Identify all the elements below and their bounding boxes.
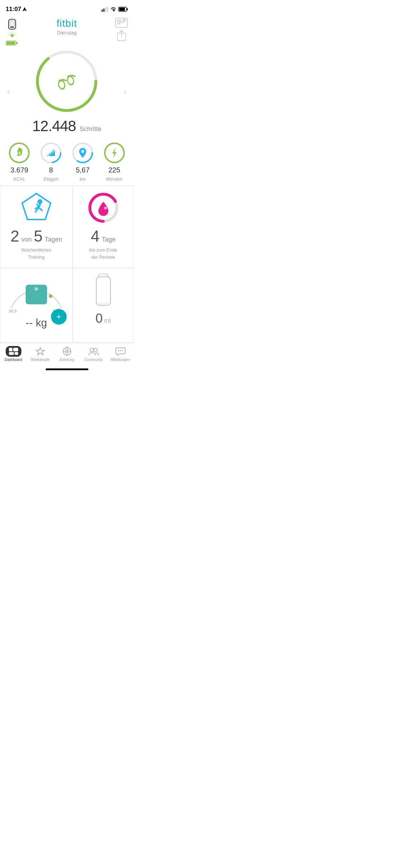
svg-point-11	[11, 34, 14, 37]
svg-point-53	[35, 287, 38, 291]
header: fitbit Dienstag	[0, 16, 134, 46]
dashboard-card-icon[interactable]	[115, 18, 128, 28]
home-bar	[46, 368, 88, 370]
wifi-icon	[110, 7, 117, 12]
svg-point-69	[90, 348, 94, 352]
nav-challenges-label: Wettkämpfe	[31, 358, 50, 362]
nav-challenges[interactable]: Wettkämpfe	[27, 346, 53, 362]
stat-calories[interactable]: 3.679 KCAL	[8, 142, 30, 182]
stat-minutes[interactable]: 225 Minuten	[103, 142, 125, 182]
svg-point-51	[104, 207, 107, 210]
nav-messages-label: Mitteilungen	[111, 358, 130, 362]
tile-water[interactable]: 0 ml	[73, 268, 134, 343]
svg-rect-13	[7, 42, 15, 45]
stat-floors[interactable]: 8 Etagen	[40, 142, 62, 182]
svg-point-73	[122, 350, 123, 351]
nav-dashboard-icon	[9, 347, 19, 355]
water-icon-area	[87, 274, 119, 306]
prev-day-arrow[interactable]: ‹	[4, 83, 14, 100]
tile-exercise[interactable]: 2 von 5 Tagen WöchentlichesTraining	[0, 186, 73, 268]
svg-rect-15	[115, 18, 128, 27]
steps-count: 12.448 Schritte	[32, 118, 102, 135]
exercise-sub: WöchentlichesTraining	[21, 247, 52, 260]
nav-challenges-icon	[36, 347, 45, 356]
steps-label: Schritte	[79, 125, 101, 133]
svg-point-48	[37, 199, 42, 204]
stat-distance[interactable]: 5,67 km	[72, 142, 94, 182]
status-time: 11:07	[6, 6, 27, 13]
distance-value: 5,67	[76, 166, 89, 174]
device-section	[6, 18, 19, 46]
tiles-grid: 2 von 5 Tagen WöchentlichesTraining 4 Ta…	[0, 185, 134, 343]
fitbit-logo: fitbit	[57, 18, 77, 29]
svg-rect-6	[119, 8, 125, 11]
svg-rect-18	[117, 24, 120, 24]
svg-point-43	[81, 150, 84, 153]
tile-weight[interactable]: 66,9 100 -- kg +	[0, 268, 73, 343]
floors-value: 8	[49, 166, 53, 174]
period-days: 4	[91, 227, 99, 245]
calories-unit: KCAL	[13, 176, 25, 182]
svg-rect-61	[15, 352, 18, 355]
status-bar: 11:07	[0, 0, 134, 16]
minutes-value: 225	[108, 166, 120, 174]
svg-rect-7	[127, 8, 128, 10]
exercise-goal: 5	[34, 227, 42, 245]
location-icon	[22, 7, 27, 11]
header-center: fitbit Dienstag	[57, 18, 77, 36]
svg-marker-47	[22, 193, 51, 219]
minutes-circle	[103, 142, 125, 164]
exercise-tagen: Tagen	[45, 236, 62, 243]
steps-number: 12.448	[32, 118, 76, 134]
water-value: 0	[96, 311, 103, 326]
steps-circle-wrapper: 12.448 Schritte	[32, 49, 102, 135]
nav-challenges-icon-box	[32, 346, 48, 357]
svg-rect-57	[99, 274, 108, 277]
device-icon	[6, 18, 19, 31]
sync-icon	[6, 32, 19, 39]
device-battery-icon	[6, 41, 18, 46]
nav-dashboard[interactable]: Dashboard	[0, 346, 27, 362]
header-date: Dienstag	[57, 30, 77, 36]
svg-rect-4	[107, 7, 108, 12]
svg-marker-46	[112, 147, 117, 159]
bottom-nav: Dashboard Wettkämpfe Anleitung	[0, 343, 134, 363]
svg-marker-0	[22, 7, 27, 11]
floors-circle	[40, 142, 62, 164]
distance-unit: km	[79, 176, 86, 182]
svg-rect-14	[16, 42, 17, 44]
minutes-unit: Minuten	[106, 176, 123, 182]
nav-messages-icon	[116, 347, 125, 356]
period-icon-area	[87, 192, 119, 224]
header-right[interactable]	[115, 18, 128, 41]
weight-value: -- kg	[26, 317, 47, 329]
stats-row: 3.679 KCAL 8 Etagen 5,67	[0, 135, 134, 185]
signal-icon	[102, 7, 108, 12]
nav-community[interactable]: Community	[80, 346, 107, 362]
svg-rect-2	[103, 9, 104, 12]
next-day-arrow[interactable]: ›	[120, 83, 130, 100]
exercise-icon-area	[20, 192, 52, 224]
floors-unit: Etagen	[44, 176, 58, 182]
nav-community-icon-box	[86, 346, 102, 357]
period-tage: Tage	[102, 236, 115, 243]
svg-rect-60	[9, 352, 14, 355]
period-sub: bis zum Endeder Periode	[89, 247, 117, 260]
nav-guidance-icon	[62, 347, 72, 356]
nav-community-label: Community	[84, 358, 103, 362]
svg-rect-3	[105, 7, 106, 12]
svg-text:66,9: 66,9	[9, 309, 16, 313]
battery-icon	[119, 7, 128, 12]
add-weight-button[interactable]: +	[51, 309, 67, 325]
nav-guidance-icon-box	[59, 346, 75, 357]
svg-rect-17	[117, 22, 124, 22]
nav-messages[interactable]: Mitteilungen	[107, 346, 134, 362]
share-icon[interactable]	[117, 30, 127, 41]
nav-messages-icon-box	[113, 346, 128, 357]
svg-marker-62	[36, 347, 45, 355]
svg-rect-10	[10, 26, 14, 28]
distance-circle	[72, 142, 94, 164]
tile-period[interactable]: 4 Tage bis zum Endeder Periode	[73, 186, 134, 268]
nav-guidance[interactable]: Anleitung	[53, 346, 80, 362]
svg-point-54	[49, 294, 52, 298]
